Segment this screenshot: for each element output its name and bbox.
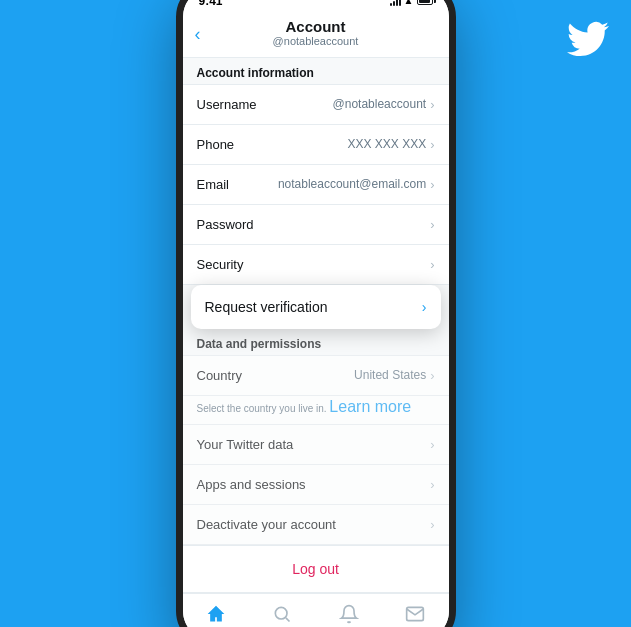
apps-sessions-chevron-icon: › bbox=[430, 477, 434, 492]
twitter-logo-background bbox=[567, 18, 609, 69]
deactivate-account-item[interactable]: Deactivate your account › bbox=[183, 505, 449, 545]
email-label: Email bbox=[197, 177, 230, 192]
deactivate-label: Deactivate your account bbox=[197, 517, 336, 532]
password-right: › bbox=[430, 217, 434, 232]
phone-label: Phone bbox=[197, 137, 235, 152]
messages-icon bbox=[405, 604, 425, 624]
password-item[interactable]: Password › bbox=[183, 205, 449, 245]
email-item[interactable]: Email notableaccount@email.com › bbox=[183, 165, 449, 205]
country-label: Country bbox=[197, 368, 243, 383]
country-chevron-icon: › bbox=[430, 368, 434, 383]
phone-frame: 9:41 ▲ ‹ Account @notableaccount Account… bbox=[176, 0, 456, 627]
country-right: United States › bbox=[354, 368, 434, 383]
bottom-nav bbox=[183, 593, 449, 628]
email-value: notableaccount@email.com bbox=[278, 177, 426, 191]
status-bar: 9:41 ▲ bbox=[183, 0, 449, 12]
page-title: Account bbox=[183, 18, 449, 35]
svg-line-1 bbox=[286, 617, 290, 621]
nav-search[interactable] bbox=[272, 604, 292, 628]
phone-chevron-icon: › bbox=[430, 137, 434, 152]
battery-icon bbox=[417, 0, 433, 5]
nav-messages[interactable] bbox=[405, 604, 425, 628]
security-chevron-icon: › bbox=[430, 257, 434, 272]
password-chevron-icon: › bbox=[430, 217, 434, 232]
home-icon bbox=[206, 604, 226, 624]
status-icons: ▲ bbox=[390, 0, 433, 6]
username-item[interactable]: Username @notableaccount › bbox=[183, 85, 449, 125]
svg-point-0 bbox=[276, 607, 288, 619]
request-verification-popup[interactable]: Request verification › bbox=[191, 285, 441, 329]
apps-sessions-label: Apps and sessions bbox=[197, 477, 306, 492]
data-section-header: Data and permissions bbox=[183, 329, 449, 356]
page-header: ‹ Account @notableaccount bbox=[183, 12, 449, 58]
username-label: Username bbox=[197, 97, 257, 112]
twitter-data-item[interactable]: Your Twitter data › bbox=[183, 425, 449, 465]
deactivate-chevron-icon: › bbox=[430, 517, 434, 532]
logout-label: Log out bbox=[292, 561, 339, 577]
search-icon bbox=[272, 604, 292, 624]
nav-home[interactable] bbox=[206, 604, 226, 628]
request-verification-label: Request verification bbox=[205, 299, 328, 315]
logout-row[interactable]: Log out bbox=[183, 545, 449, 593]
deactivate-right: › bbox=[430, 517, 434, 532]
username-chevron-icon: › bbox=[430, 97, 434, 112]
email-chevron-icon: › bbox=[430, 177, 434, 192]
time-display: 9:41 bbox=[199, 0, 223, 8]
email-right: notableaccount@email.com › bbox=[278, 177, 435, 192]
account-handle: @notableaccount bbox=[183, 35, 449, 47]
security-right: › bbox=[430, 257, 434, 272]
twitter-data-label: Your Twitter data bbox=[197, 437, 294, 452]
twitter-data-chevron-icon: › bbox=[430, 437, 434, 452]
account-section-header: Account information bbox=[183, 58, 449, 85]
phone-value: XXX XXX XXX bbox=[347, 137, 426, 151]
security-label: Security bbox=[197, 257, 244, 272]
phone-item[interactable]: Phone XXX XXX XXX › bbox=[183, 125, 449, 165]
back-button[interactable]: ‹ bbox=[195, 24, 201, 45]
apps-sessions-item[interactable]: Apps and sessions › bbox=[183, 465, 449, 505]
apps-sessions-right: › bbox=[430, 477, 434, 492]
popup-container: Request verification › bbox=[183, 285, 449, 329]
notifications-icon bbox=[339, 604, 359, 624]
learn-more-link[interactable]: Learn more bbox=[329, 398, 411, 415]
signal-icon bbox=[390, 0, 401, 6]
twitter-data-right: › bbox=[430, 437, 434, 452]
country-item[interactable]: Country United States › bbox=[183, 356, 449, 396]
popup-chevron-icon: › bbox=[422, 299, 427, 315]
username-right: @notableaccount › bbox=[333, 97, 435, 112]
account-information-section: Account information Username @notableacc… bbox=[183, 58, 449, 285]
password-label: Password bbox=[197, 217, 254, 232]
nav-notifications[interactable] bbox=[339, 604, 359, 628]
security-item[interactable]: Security › bbox=[183, 245, 449, 285]
country-note-text: Select the country you live in. bbox=[197, 403, 330, 414]
data-permissions-section: Data and permissions Country United Stat… bbox=[183, 329, 449, 545]
wifi-icon: ▲ bbox=[404, 0, 414, 6]
phone-right: XXX XXX XXX › bbox=[347, 137, 434, 152]
country-value: United States bbox=[354, 368, 426, 382]
username-value: @notableaccount bbox=[333, 97, 427, 111]
country-note: Select the country you live in. Learn mo… bbox=[183, 396, 449, 425]
